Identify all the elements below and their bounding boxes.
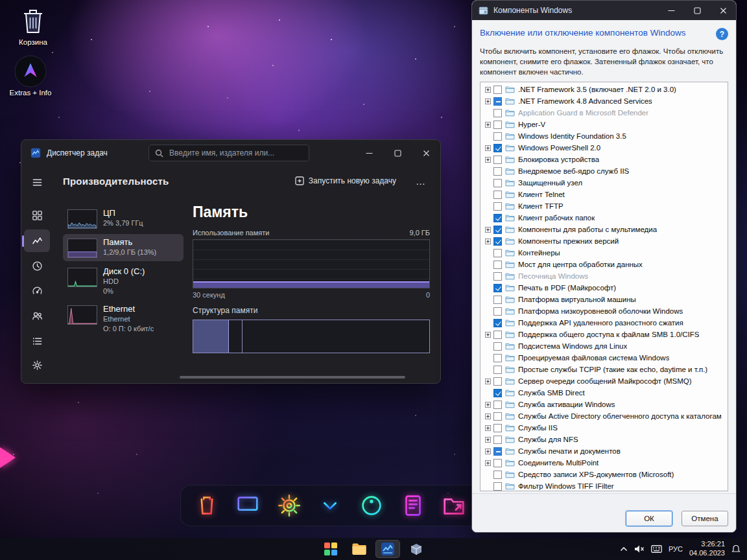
tree-item[interactable]: Компоненты для работы с мультимедиа <box>480 224 728 235</box>
notifications-icon[interactable] <box>731 544 741 554</box>
taskbar-start-icon[interactable] <box>318 540 343 558</box>
touch-keyboard-icon[interactable] <box>651 545 662 553</box>
language-indicator[interactable]: РУС <box>669 545 683 553</box>
tm-sidebar-settings[interactable] <box>24 354 50 377</box>
checkbox[interactable] <box>493 377 502 386</box>
tree-item[interactable]: Служба SMB Direct <box>480 387 728 399</box>
expander-icon[interactable] <box>485 87 491 93</box>
dock-gear-icon[interactable] <box>274 490 305 521</box>
checkbox[interactable] <box>493 389 502 397</box>
tree-item[interactable]: Службы для NFS <box>480 434 728 445</box>
checkbox[interactable] <box>493 144 502 152</box>
tree-item[interactable]: Сервер очереди сообщений Майкрософт (MSM… <box>480 375 728 387</box>
tree-item[interactable]: Песочница Windows <box>480 270 728 282</box>
tm-search-box[interactable] <box>148 145 309 161</box>
tree-item[interactable]: Блокировка устройства <box>480 154 728 165</box>
tree-item[interactable]: Соединитель MultiPoint <box>480 457 728 469</box>
ok-button[interactable]: ОК <box>626 511 672 526</box>
expander-icon[interactable] <box>485 227 491 233</box>
tm-sidebar-startup-apps[interactable] <box>24 280 50 303</box>
tree-item[interactable]: Контейнеры <box>480 247 728 259</box>
taskbar-installer-icon[interactable] <box>404 540 429 558</box>
tree-item[interactable]: Windows PowerShell 2.0 <box>480 142 728 154</box>
checkbox[interactable] <box>493 354 502 362</box>
tree-item[interactable]: Hyper-V <box>480 119 728 130</box>
tree-item[interactable]: .NET Framework 3.5 (включает .NET 2.0 и … <box>480 84 728 95</box>
expander-icon[interactable] <box>485 239 491 244</box>
tree-item[interactable]: Службы Active Directory облегченного дос… <box>480 410 728 422</box>
checkbox[interactable] <box>493 412 502 421</box>
tm-sidebar-processes[interactable] <box>24 204 50 227</box>
expander-icon[interactable] <box>485 460 491 466</box>
tree-item[interactable]: Печать в PDF (Майкрософт) <box>480 282 728 294</box>
tm-sidebar-details[interactable] <box>24 330 50 353</box>
checkbox[interactable] <box>493 109 502 117</box>
tree-item[interactable]: Фильтр Windows TIFF IFilter <box>480 480 728 491</box>
tree-item[interactable]: Средство записи XPS-документов (Microsof… <box>480 469 728 480</box>
volume-icon[interactable] <box>634 544 645 554</box>
checkbox[interactable] <box>493 296 502 304</box>
tray-chevron-icon[interactable] <box>620 546 628 552</box>
checkbox[interactable] <box>493 272 502 281</box>
more-options-button[interactable]: … <box>412 176 430 187</box>
tree-item[interactable]: Подсистема Windows для Linux <box>480 340 728 352</box>
tree-item[interactable]: Клиент TFTP <box>480 200 728 212</box>
metric-disk[interactable]: Диск 0 (C:)HDD0% <box>63 263 184 299</box>
dock-download-icon[interactable] <box>314 490 346 521</box>
dock-monitor-icon[interactable] <box>232 490 263 521</box>
checkbox[interactable] <box>493 482 502 491</box>
memory-composition-bar[interactable] <box>193 320 430 353</box>
checkbox[interactable] <box>493 447 502 456</box>
maximize-button[interactable] <box>383 140 412 166</box>
checkbox[interactable] <box>493 366 502 374</box>
checkbox[interactable] <box>493 319 502 327</box>
minimize-button[interactable] <box>355 140 383 166</box>
desktop-icon-recycle-bin[interactable]: Корзина <box>8 5 58 46</box>
checkbox[interactable] <box>493 436 502 444</box>
dock-documents-icon[interactable] <box>397 490 429 521</box>
checkbox[interactable] <box>493 249 502 257</box>
cancel-button[interactable]: Отмена <box>682 511 728 526</box>
expander-icon[interactable] <box>485 99 491 104</box>
metric-cpu[interactable]: ЦП2% 3,79 ГГц <box>63 205 184 232</box>
checkbox[interactable] <box>493 121 502 129</box>
tree-item[interactable]: Компоненты прежних версий <box>480 235 728 247</box>
checkbox[interactable] <box>493 191 502 199</box>
ma ximize-button[interactable] <box>684 1 710 20</box>
expander-icon[interactable] <box>485 449 491 454</box>
expander-icon[interactable] <box>485 332 491 338</box>
close-button[interactable] <box>710 1 736 20</box>
checkbox[interactable] <box>493 226 502 234</box>
dock-info-icon[interactable] <box>356 490 387 521</box>
minimize-button[interactable] <box>658 1 684 20</box>
desktop-icon-extras-info[interactable]: Extras + Info <box>5 56 56 97</box>
tree-item[interactable]: Внедряемое веб-ядро служб IIS <box>480 165 728 177</box>
tree-item[interactable]: Службы IIS <box>480 422 728 434</box>
checkbox[interactable] <box>493 424 502 432</box>
expander-icon[interactable] <box>485 157 491 163</box>
expander-icon[interactable] <box>485 437 491 443</box>
dock-folder-share-icon[interactable] <box>438 490 469 521</box>
taskbar-task-manager-icon[interactable] <box>375 540 400 558</box>
run-new-task-button[interactable]: Запустить новую задачу <box>290 174 401 188</box>
tree-item[interactable]: Клиент рабочих папок <box>480 212 728 224</box>
expander-icon[interactable] <box>485 122 491 128</box>
expander-icon[interactable] <box>485 145 491 151</box>
tm-sidebar-menu[interactable] <box>24 171 50 194</box>
tm-search-input[interactable] <box>168 148 303 158</box>
expander-icon[interactable] <box>485 402 491 408</box>
tree-item[interactable]: Клиент Telnet <box>480 189 728 200</box>
checkbox[interactable] <box>493 156 502 164</box>
checkbox[interactable] <box>493 97 502 106</box>
expander-icon[interactable] <box>485 425 491 431</box>
checkbox[interactable] <box>493 307 502 316</box>
tree-item[interactable]: Служба активации Windows <box>480 399 728 410</box>
tree-item[interactable]: Поддержка API удаленного разностного сжа… <box>480 317 728 329</box>
checkbox[interactable] <box>493 401 502 409</box>
close-button[interactable] <box>412 140 440 166</box>
checkbox[interactable] <box>493 342 502 351</box>
checkbox[interactable] <box>493 202 502 211</box>
clock[interactable]: 3:26:21 04.06.2023 <box>689 540 725 558</box>
checkbox[interactable] <box>493 132 502 141</box>
checkbox[interactable] <box>493 179 502 187</box>
